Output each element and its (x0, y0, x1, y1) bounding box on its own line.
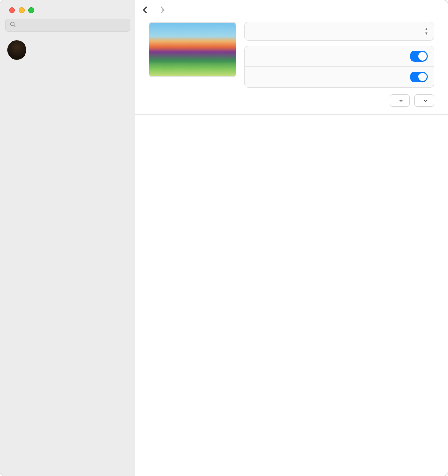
toolbar (135, 0, 448, 19)
all-spaces-toggle[interactable] (410, 72, 428, 82)
minimize-window-button[interactable] (19, 7, 25, 13)
close-window-button[interactable] (9, 7, 15, 13)
window-controls (5, 0, 130, 19)
chevron-updown-icon: ▴▾ (425, 27, 428, 36)
screensaver-toggle[interactable] (410, 51, 428, 62)
avatar (7, 40, 26, 60)
back-button[interactable] (142, 6, 149, 15)
chevron-down-icon (423, 97, 428, 104)
add-folder-button[interactable] (414, 94, 434, 107)
wallpaper-name-row[interactable]: ▴▾ (245, 22, 434, 40)
nav-arrows (142, 6, 166, 15)
account-row[interactable] (5, 38, 130, 66)
sidebar (0, 0, 135, 476)
appearance-select[interactable]: ▴▾ (423, 27, 428, 36)
chevron-down-icon (399, 97, 403, 104)
add-photo-button[interactable] (390, 94, 410, 107)
search-field[interactable] (5, 19, 130, 32)
zoom-window-button[interactable] (28, 7, 34, 13)
wallpaper-preview (149, 22, 236, 77)
search-icon (10, 21, 19, 29)
forward-button[interactable] (159, 6, 166, 15)
search-input[interactable] (19, 22, 126, 29)
